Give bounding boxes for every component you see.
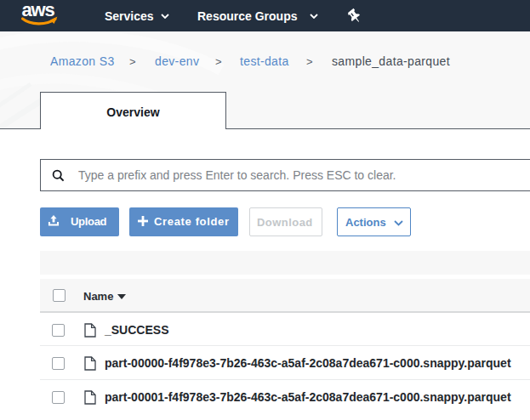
svg-text:aws: aws bbox=[22, 3, 55, 20]
